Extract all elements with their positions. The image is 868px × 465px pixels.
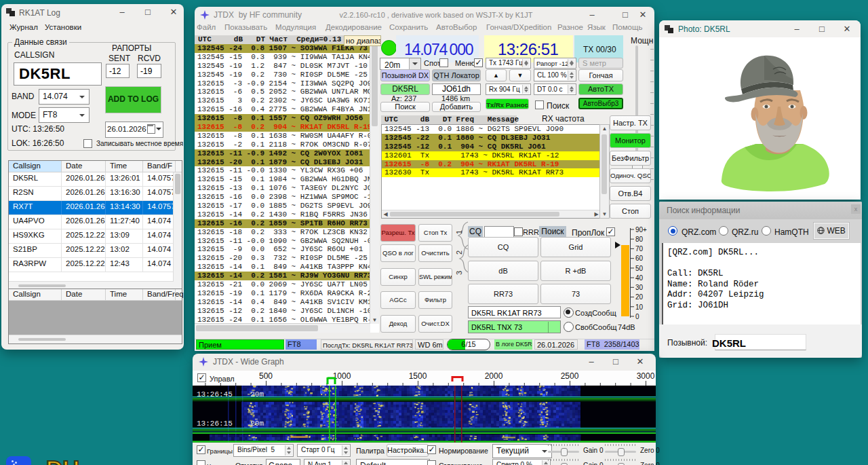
svg-text:2500: 2500 [561,371,579,381]
svg-text:3000: 3000 [637,371,655,381]
svg-text:1500: 1500 [409,371,427,381]
svg-text:2000: 2000 [485,371,503,381]
svg-text:500: 500 [259,371,273,381]
